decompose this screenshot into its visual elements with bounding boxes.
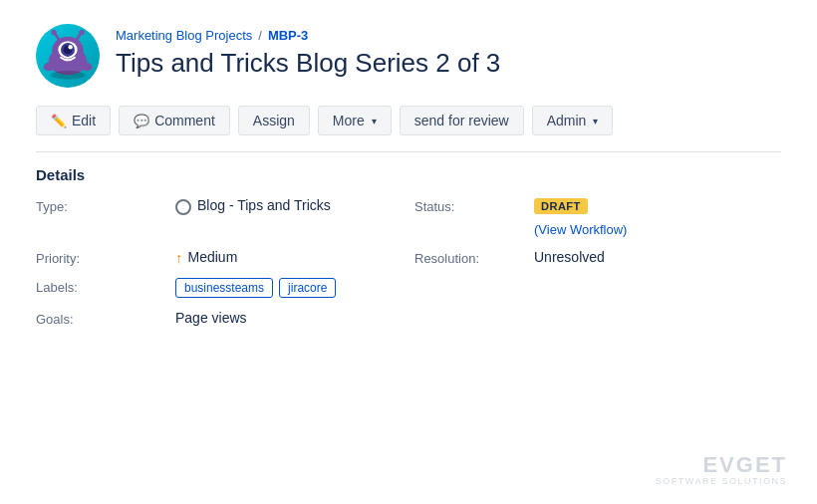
svg-point-10	[79, 30, 84, 35]
type-icon	[175, 199, 191, 215]
details-grid: Type: Blog - Tips and Tricks Status: DRA…	[36, 197, 781, 327]
status-label: Status:	[414, 197, 534, 214]
type-value: Blog - Tips and Tricks	[175, 197, 414, 215]
assign-button[interactable]: Assign	[238, 106, 310, 135]
section-divider	[36, 151, 781, 152]
more-dropdown-icon: ▾	[372, 116, 377, 126]
priority-value: ↑ Medium	[175, 249, 414, 265]
label-tag[interactable]: businessteams	[175, 278, 273, 298]
page-container: Marketing Blog Projects / MBP-3 Tips and…	[0, 0, 817, 351]
avatar	[36, 24, 100, 88]
svg-point-5	[68, 45, 72, 49]
goals-value: Page views	[175, 310, 414, 326]
resolution-label: Resolution:	[414, 249, 534, 266]
header-section: Marketing Blog Projects / MBP-3 Tips and…	[36, 24, 781, 88]
view-workflow-link[interactable]: (View Workflow)	[534, 222, 781, 237]
pencil-icon: ✏️	[51, 114, 67, 128]
issue-title: Tips and Tricks Blog Series 2 of 3	[116, 47, 500, 80]
priority-text: Medium	[188, 249, 238, 265]
svg-point-8	[51, 30, 56, 35]
watermark-logo: EVGET	[656, 454, 787, 476]
avatar-circle	[36, 24, 100, 88]
labels-label: Labels:	[36, 278, 175, 295]
breadcrumb-project-link[interactable]: Marketing Blog Projects	[116, 28, 252, 43]
label-tag[interactable]: jiracore	[279, 278, 336, 298]
admin-button[interactable]: Admin ▾	[532, 106, 614, 135]
breadcrumb-separator: /	[258, 28, 262, 43]
breadcrumb: Marketing Blog Projects / MBP-3	[116, 28, 500, 43]
details-heading: Details	[36, 166, 781, 183]
edit-label: Edit	[72, 113, 96, 128]
admin-dropdown-icon: ▾	[593, 116, 598, 126]
comment-button[interactable]: 💬 Comment	[119, 106, 230, 135]
type-text: Blog - Tips and Tricks	[197, 197, 331, 213]
header-text: Marketing Blog Projects / MBP-3 Tips and…	[116, 24, 500, 80]
more-label: More	[333, 113, 365, 128]
resolution-value: Unresolved	[534, 249, 781, 265]
type-label: Type:	[36, 197, 175, 214]
toolbar: ✏️ Edit 💬 Comment Assign More ▾ send for…	[36, 106, 781, 135]
comment-label: Comment	[154, 113, 215, 128]
priority-arrow-icon: ↑	[175, 250, 183, 265]
watermark: EVGET SOFTWARE SOLUTIONS	[656, 454, 787, 486]
labels-container: businessteamsjiracore	[175, 278, 414, 298]
comment-icon: 💬	[134, 114, 149, 128]
breadcrumb-issue-id[interactable]: MBP-3	[268, 28, 308, 43]
more-button[interactable]: More ▾	[318, 106, 392, 135]
priority-label: Priority:	[36, 249, 175, 266]
assign-label: Assign	[253, 113, 295, 128]
admin-label: Admin	[547, 113, 587, 128]
edit-button[interactable]: ✏️ Edit	[36, 106, 111, 135]
svg-point-13	[51, 71, 86, 80]
send-for-review-button[interactable]: send for review	[400, 106, 524, 135]
svg-rect-6	[65, 59, 68, 62]
labels-value: businessteamsjiracore	[175, 278, 414, 298]
details-section: Details Type: Blog - Tips and Tricks Sta…	[36, 166, 781, 327]
status-value: DRAFT (View Workflow)	[534, 197, 781, 237]
status-badge[interactable]: DRAFT	[534, 198, 588, 214]
goals-label: Goals:	[36, 310, 175, 327]
send-review-label: send for review	[414, 113, 509, 128]
watermark-sub: SOFTWARE SOLUTIONS	[656, 476, 787, 486]
